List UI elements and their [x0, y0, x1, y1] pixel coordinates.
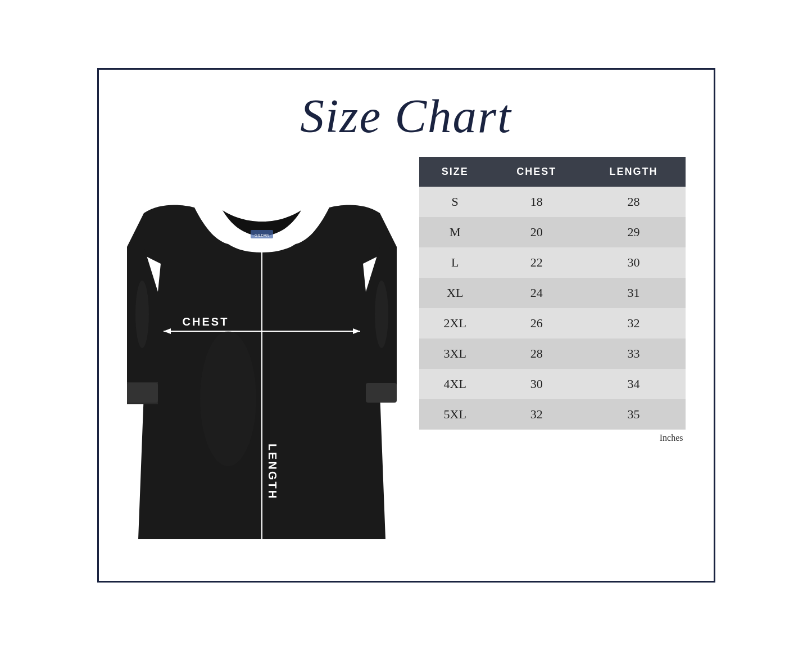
table-header-row: SIZE CHEST LENGTH [419, 157, 686, 187]
cell-length: 29 [582, 217, 686, 247]
cell-size: 2XL [419, 308, 491, 338]
table-row: 3XL2833 [419, 338, 686, 369]
size-table: SIZE CHEST LENGTH S1828M2029L2230XL24312… [419, 157, 686, 430]
cell-length: 31 [582, 278, 686, 308]
cell-chest: 30 [491, 369, 582, 399]
table-row: 5XL3235 [419, 399, 686, 430]
svg-point-15 [200, 331, 256, 466]
col-header-length: LENGTH [582, 157, 686, 187]
cell-length: 32 [582, 308, 686, 338]
table-row: 4XL3034 [419, 369, 686, 399]
cell-size: 4XL [419, 369, 491, 399]
table-row: L2230 [419, 247, 686, 278]
cell-chest: 24 [491, 278, 582, 308]
cell-length: 35 [582, 399, 686, 430]
col-header-chest: CHEST [491, 157, 582, 187]
cell-size: XL [419, 278, 491, 308]
svg-text:CHEST: CHEST [182, 315, 229, 328]
svg-text:GILDAN: GILDAN [254, 233, 269, 237]
col-header-size: SIZE [419, 157, 491, 187]
svg-text:LENGTH: LENGTH [266, 443, 279, 499]
unit-label: Inches [419, 433, 686, 443]
cell-chest: 28 [491, 338, 582, 369]
cell-size: L [419, 247, 491, 278]
cell-chest: 20 [491, 217, 582, 247]
cell-size: M [419, 217, 491, 247]
table-row: M2029 [419, 217, 686, 247]
cell-chest: 22 [491, 247, 582, 278]
cell-chest: 26 [491, 308, 582, 338]
cell-chest: 32 [491, 399, 582, 430]
cell-length: 28 [582, 187, 686, 217]
cell-length: 33 [582, 338, 686, 369]
cell-size: 5XL [419, 399, 491, 430]
size-table-container: SIZE CHEST LENGTH S1828M2029L2230XL24312… [419, 157, 686, 443]
svg-rect-3 [366, 383, 397, 403]
size-chart-card: Size Chart [97, 68, 715, 583]
table-row: XL2431 [419, 278, 686, 308]
page-title: Size Chart [300, 92, 512, 140]
table-row: S1828 [419, 187, 686, 217]
svg-point-13 [135, 281, 149, 348]
cell-chest: 18 [491, 187, 582, 217]
svg-point-14 [375, 281, 388, 348]
table-row: 2XL2632 [419, 308, 686, 338]
shirt-illustration: CHEST LENGTH GILDAN [127, 157, 397, 553]
cell-size: 3XL [419, 338, 491, 369]
cell-size: S [419, 187, 491, 217]
content-row: CHEST LENGTH GILDAN [127, 157, 686, 553]
cell-length: 34 [582, 369, 686, 399]
svg-rect-2 [127, 383, 158, 403]
cell-length: 30 [582, 247, 686, 278]
